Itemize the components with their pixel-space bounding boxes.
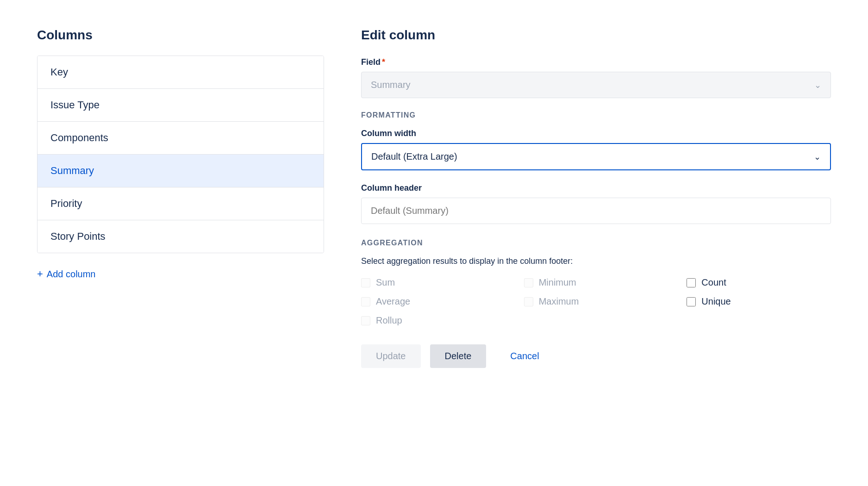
minimum-checkbox[interactable] — [524, 278, 533, 287]
checkboxes-grid: Sum Minimum Count Average — [361, 277, 831, 326]
unique-label: Unique — [701, 296, 731, 307]
column-item-summary-label: Summary — [50, 165, 94, 176]
plus-icon: + — [37, 268, 43, 280]
edit-column-title: Edit column — [361, 28, 831, 43]
column-item-key-label: Key — [50, 66, 68, 78]
column-item-priority[interactable]: Priority — [37, 187, 324, 220]
checkbox-rollup: Rollup — [361, 315, 506, 326]
formatting-section: FORMATTING Column width Default (Extra L… — [361, 111, 831, 224]
columns-title: Columns — [37, 28, 324, 43]
aggregation-heading: AGGREGATION — [361, 239, 831, 247]
right-panel: Edit column Field* Summary ⌄ FORMATTING … — [361, 28, 831, 368]
add-column-label: Add column — [47, 269, 96, 280]
column-header-label: Column header — [361, 183, 831, 193]
column-item-story-points[interactable]: Story Points — [37, 220, 324, 253]
column-item-issue-type-label: Issue Type — [50, 99, 100, 111]
aggregation-desc: Select aggregation results to display in… — [361, 256, 831, 266]
aggregation-section: AGGREGATION Select aggregation results t… — [361, 239, 831, 326]
action-buttons: Update Delete Cancel — [361, 344, 831, 368]
column-header-group: Column header — [361, 183, 831, 224]
minimum-label: Minimum — [539, 277, 576, 288]
rollup-checkbox[interactable] — [361, 316, 370, 325]
count-label: Count — [701, 277, 726, 288]
unique-checkbox[interactable] — [687, 297, 696, 306]
column-item-components[interactable]: Components — [37, 122, 324, 155]
average-label: Average — [376, 296, 410, 307]
column-list: Key Issue Type Components Summary Priori… — [37, 56, 324, 253]
maximum-checkbox[interactable] — [524, 297, 533, 306]
add-column-button[interactable]: + Add column — [37, 266, 95, 282]
column-width-group: Column width Default (Extra Large) ⌄ — [361, 129, 831, 170]
field-value: Summary — [371, 80, 411, 90]
checkbox-maximum: Maximum — [524, 296, 668, 307]
field-label: Field* — [361, 57, 831, 67]
sum-label: Sum — [376, 277, 395, 288]
column-width-value: Default (Extra Large) — [371, 151, 457, 162]
column-item-issue-type[interactable]: Issue Type — [37, 89, 324, 122]
column-header-input[interactable] — [361, 198, 831, 224]
column-item-priority-label: Priority — [50, 198, 82, 209]
column-item-components-label: Components — [50, 132, 108, 143]
left-panel: Columns Key Issue Type Components Summar… — [37, 28, 324, 368]
field-group: Field* Summary ⌄ — [361, 57, 831, 98]
formatting-heading: FORMATTING — [361, 111, 831, 119]
checkbox-count: Count — [687, 277, 831, 288]
column-item-story-points-label: Story Points — [50, 231, 106, 242]
checkbox-average: Average — [361, 296, 506, 307]
checkbox-minimum: Minimum — [524, 277, 668, 288]
column-item-summary[interactable]: Summary — [37, 155, 324, 187]
field-select: Summary ⌄ — [361, 72, 831, 98]
update-button[interactable]: Update — [361, 344, 421, 368]
chevron-down-icon: ⌄ — [814, 152, 821, 162]
chevron-down-icon: ⌄ — [814, 80, 821, 90]
average-checkbox[interactable] — [361, 297, 370, 306]
required-star: * — [382, 57, 385, 67]
cancel-button[interactable]: Cancel — [495, 344, 554, 368]
main-container: Columns Key Issue Type Components Summar… — [37, 28, 831, 368]
column-width-select[interactable]: Default (Extra Large) ⌄ — [361, 143, 831, 170]
column-width-label: Column width — [361, 129, 831, 138]
checkbox-sum: Sum — [361, 277, 506, 288]
rollup-label: Rollup — [376, 315, 402, 326]
column-item-key[interactable]: Key — [37, 56, 324, 89]
delete-button[interactable]: Delete — [430, 344, 487, 368]
maximum-label: Maximum — [539, 296, 579, 307]
count-checkbox[interactable] — [687, 278, 696, 287]
checkbox-unique: Unique — [687, 296, 831, 307]
sum-checkbox[interactable] — [361, 278, 370, 287]
